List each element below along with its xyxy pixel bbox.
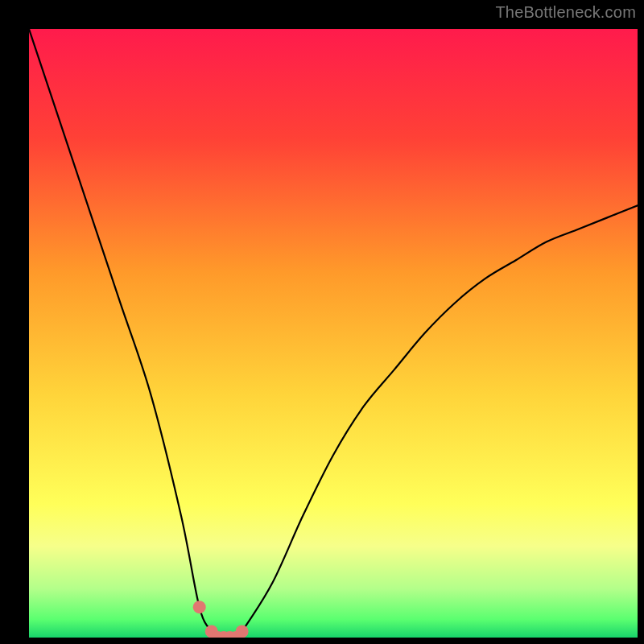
data-marker (236, 625, 249, 638)
data-marker (193, 601, 206, 613)
gradient-background (29, 29, 638, 638)
bottleneck-curve-chart (29, 29, 638, 638)
chart-container: TheBottleneck.com (0, 0, 644, 644)
attribution-text: TheBottleneck.com (495, 3, 636, 22)
